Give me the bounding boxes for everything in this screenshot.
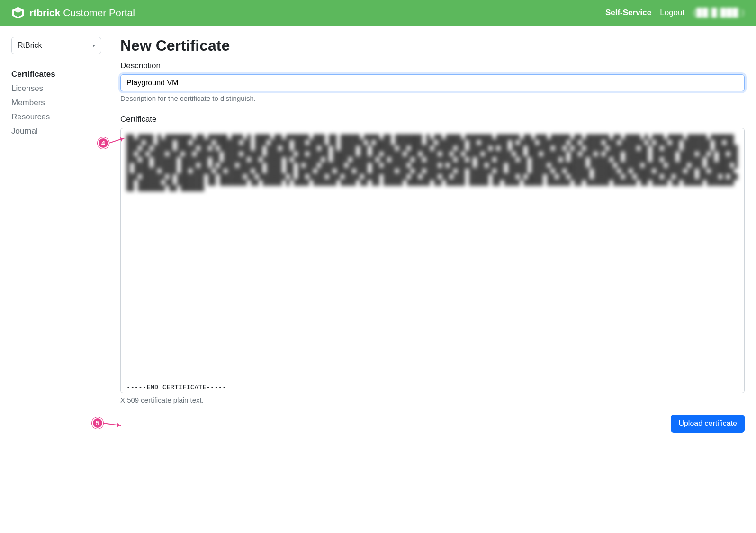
self-service-link[interactable]: Self-Service [605,8,651,18]
sidebar-item-label[interactable]: Journal [11,126,38,136]
certificate-textarea[interactable]: ██ ████ █ ███████ ██ █████ ███ █ ████ ██… [120,128,745,393]
sidebar-item-label[interactable]: Licenses [11,84,43,93]
sidebar-divider [11,63,101,63]
brand: rtbrick Customer Portal [11,6,135,19]
annotation-5-badge: 5 [92,417,103,429]
certificate-label: Certificate [120,115,745,124]
sidebar-item-members[interactable]: Members [11,98,101,108]
header-actions: Self-Service Logout (██ █ ███ ) [605,8,745,18]
description-label: Description [120,61,745,71]
org-selected-label: RtBrick [18,41,42,50]
logout-link[interactable]: Logout [660,8,684,18]
org-selector[interactable]: RtBrick ▾ [11,37,101,54]
brand-subtitle: Customer Portal [63,7,135,18]
sidebar-nav: Certificates Licenses Members Resources … [11,70,101,136]
app-header: rtbrick Customer Portal Self-Service Log… [0,0,756,26]
sidebar-item-resources[interactable]: Resources [11,112,101,122]
brand-name: rtbrick [29,7,60,18]
upload-certificate-button[interactable]: Upload certificate [671,415,745,433]
sidebar-item-label[interactable]: Resources [11,112,50,121]
chevron-down-icon: ▾ [92,42,95,49]
sidebar-item-journal[interactable]: Journal [11,126,101,136]
page-title: New Certificate [120,37,745,54]
brand-logo-icon [11,6,25,19]
annotation-4-badge: 4 [98,137,109,149]
certificate-redacted-content: ██ ████ █ ███████ ██ █████ ███ █ ████ ██… [126,134,738,376]
certificate-end-line: -----END CERTIFICATE----- [126,382,738,393]
main-content: New Certificate Description Description … [120,37,745,433]
description-help: Description for the certificate to disti… [120,94,745,102]
sidebar-item-label[interactable]: Members [11,98,45,107]
certificate-help: X.509 certificate plain text. [120,396,745,404]
annotation-5-arrow [103,423,121,426]
description-input[interactable] [120,74,745,91]
current-user: (██ █ ███ ) [693,8,745,18]
sidebar-item-certificates[interactable]: Certificates [11,70,101,79]
sidebar-item-licenses[interactable]: Licenses [11,84,101,93]
sidebar-item-label[interactable]: Certificates [11,70,55,79]
sidebar: RtBrick ▾ Certificates Licenses Members … [11,37,101,136]
